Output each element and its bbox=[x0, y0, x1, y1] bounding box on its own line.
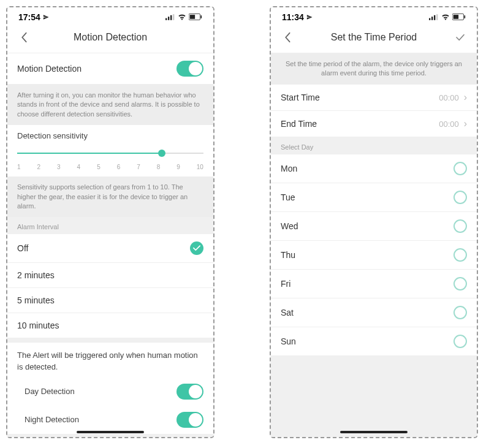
content: Set the time period of the alarm, the de… bbox=[271, 53, 477, 437]
svg-rect-5 bbox=[190, 15, 195, 19]
content: Motion Detection After turning it on, yo… bbox=[7, 53, 213, 437]
wifi-icon bbox=[441, 12, 450, 22]
day-label: Sat bbox=[281, 308, 294, 317]
day-label: Wed bbox=[281, 221, 298, 231]
night-detection-row: Night Detection bbox=[7, 406, 213, 434]
start-time-row[interactable]: Start Time 00:00 › bbox=[271, 85, 477, 111]
chevron-right-icon: › bbox=[464, 118, 467, 129]
day-label: Thu bbox=[281, 250, 295, 260]
row-label: Motion Detection bbox=[17, 64, 82, 74]
day-radio[interactable] bbox=[453, 306, 467, 319]
svg-rect-9 bbox=[434, 15, 435, 20]
option-label: 2 minutes bbox=[17, 270, 55, 280]
battery-icon bbox=[452, 12, 466, 22]
day-radio[interactable] bbox=[453, 277, 467, 290]
day-row-sat[interactable]: Sat bbox=[271, 298, 477, 327]
svg-rect-8 bbox=[431, 17, 433, 20]
page-title: Set the Time Period bbox=[295, 32, 452, 43]
alarm-interval-label: Alarm Interval bbox=[7, 217, 213, 234]
status-time: 11:34 bbox=[282, 12, 304, 22]
end-time-value: 00:00 bbox=[439, 120, 459, 129]
row-label: Start Time bbox=[281, 93, 320, 102]
svg-rect-2 bbox=[170, 15, 172, 20]
option-label: 10 minutes bbox=[17, 321, 59, 330]
day-row-mon[interactable]: Mon bbox=[271, 154, 477, 183]
day-label: Sun bbox=[281, 336, 296, 346]
signal-icon bbox=[429, 12, 439, 22]
day-label: Fri bbox=[281, 279, 290, 289]
select-day-label: Select Day bbox=[271, 137, 477, 154]
battery-icon bbox=[189, 12, 202, 22]
back-button[interactable] bbox=[16, 29, 32, 45]
row-label: End Time bbox=[281, 119, 317, 129]
start-time-value: 00:00 bbox=[439, 93, 459, 102]
sensitivity-slider[interactable]: 1 2 3 4 5 6 7 8 9 10 bbox=[7, 144, 213, 177]
home-indicator[interactable] bbox=[77, 431, 144, 433]
motion-detection-toggle-row: Motion Detection bbox=[7, 53, 213, 85]
day-radio[interactable] bbox=[453, 335, 467, 348]
svg-rect-10 bbox=[436, 14, 438, 20]
day-detection-row: Day Detection bbox=[7, 378, 213, 406]
slider-ticks: 1 2 3 4 5 6 7 8 9 10 bbox=[17, 164, 203, 170]
day-row-wed[interactable]: Wed bbox=[271, 212, 477, 241]
option-label: Off bbox=[17, 243, 28, 253]
day-row-sun[interactable]: Sun bbox=[271, 327, 477, 356]
row-label: Night Detection bbox=[25, 415, 79, 424]
day-label: Mon bbox=[281, 164, 297, 173]
check-icon bbox=[190, 241, 203, 255]
screen-motion-detection: 17:54 Motion Detection Motion Detection bbox=[6, 6, 214, 438]
signal-icon bbox=[165, 12, 175, 22]
alarm-interval-option-5min[interactable]: 5 minutes bbox=[7, 288, 213, 313]
confirm-button[interactable] bbox=[452, 29, 468, 45]
page-title: Motion Detection bbox=[32, 32, 189, 43]
nav-header: Set the Time Period bbox=[271, 25, 477, 53]
svg-rect-1 bbox=[168, 17, 169, 20]
night-detection-toggle[interactable] bbox=[176, 412, 203, 428]
home-indicator[interactable] bbox=[340, 431, 408, 433]
sensitivity-desc: Sensitivity supports selection of gears … bbox=[7, 177, 213, 217]
screen-set-time-period: 11:34 Set the Time Period Set the tim bbox=[270, 6, 478, 438]
nav-header: Motion Detection bbox=[7, 25, 213, 53]
day-radio[interactable] bbox=[453, 248, 467, 262]
svg-rect-6 bbox=[200, 15, 202, 18]
status-bar: 17:54 bbox=[7, 7, 213, 25]
alarm-interval-option-10min[interactable]: 10 minutes bbox=[7, 313, 213, 338]
row-label: Day Detection bbox=[25, 387, 75, 396]
wifi-icon bbox=[178, 12, 186, 22]
option-label: 5 minutes bbox=[17, 295, 55, 305]
chevron-left-icon bbox=[20, 32, 28, 43]
svg-rect-12 bbox=[453, 15, 458, 19]
location-icon bbox=[306, 12, 313, 22]
day-row-tue[interactable]: Tue bbox=[271, 183, 477, 212]
day-radio[interactable] bbox=[453, 219, 467, 233]
check-icon bbox=[455, 34, 465, 41]
chevron-right-icon: › bbox=[464, 92, 467, 102]
motion-desc: After turning it on, you can monitor the… bbox=[7, 85, 213, 125]
day-label: Tue bbox=[281, 192, 295, 202]
location-icon bbox=[43, 12, 49, 22]
sensitivity-title: Detection sensitivity bbox=[7, 125, 213, 144]
back-button[interactable] bbox=[279, 29, 295, 45]
status-bar: 11:34 bbox=[271, 7, 477, 25]
end-time-row[interactable]: End Time 00:00 › bbox=[271, 111, 477, 137]
day-radio[interactable] bbox=[453, 191, 467, 204]
svg-rect-0 bbox=[165, 18, 167, 20]
alarm-interval-option-2min[interactable]: 2 minutes bbox=[7, 263, 213, 288]
svg-rect-3 bbox=[173, 14, 174, 20]
alert-note: The Alert will be triggered only when hu… bbox=[7, 342, 213, 377]
period-desc: Set the time period of the alarm, the de… bbox=[271, 53, 477, 85]
svg-rect-7 bbox=[429, 18, 430, 20]
day-row-fri[interactable]: Fri bbox=[271, 270, 477, 298]
svg-rect-13 bbox=[464, 15, 465, 18]
motion-detection-toggle[interactable] bbox=[176, 61, 203, 77]
day-radio[interactable] bbox=[453, 162, 467, 175]
status-time: 17:54 bbox=[18, 12, 40, 22]
day-detection-toggle[interactable] bbox=[176, 384, 203, 400]
day-row-thu[interactable]: Thu bbox=[271, 241, 477, 270]
alarm-interval-option-off[interactable]: Off bbox=[7, 234, 213, 263]
chevron-left-icon bbox=[284, 32, 291, 43]
